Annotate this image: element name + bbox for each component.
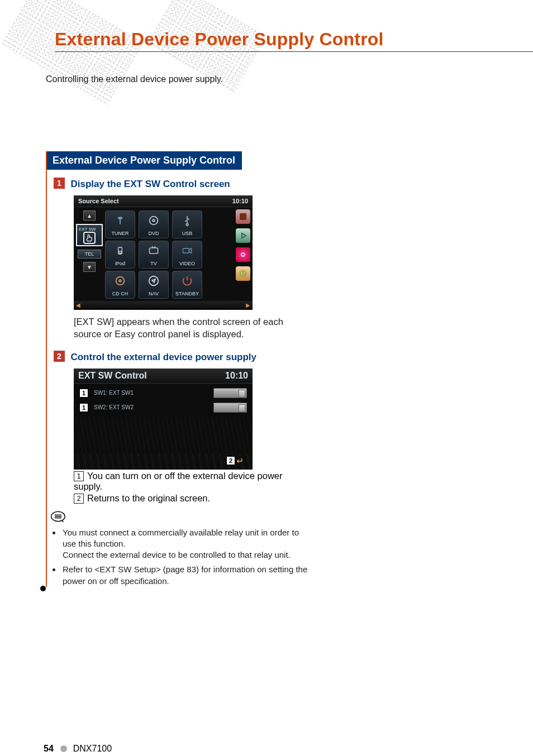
page-number: 54	[44, 744, 54, 753]
ext-sw-control-clock: 10:10	[225, 371, 248, 381]
note-icon	[50, 510, 314, 525]
svg-point-2	[186, 224, 188, 226]
section-end-dot	[40, 586, 46, 591]
side-icon-1[interactable]	[236, 209, 250, 224]
sw1-toggle[interactable]	[213, 388, 247, 398]
video-icon	[179, 245, 195, 257]
svg-point-0	[150, 217, 158, 225]
source-dvd[interactable]: DVD	[139, 210, 169, 238]
svg-point-8	[119, 280, 121, 282]
ext-sw-button[interactable]: EXT SW	[76, 224, 103, 246]
step-2-number: 2	[54, 351, 65, 362]
compass-icon	[146, 275, 161, 287]
side-icon-2[interactable]	[236, 228, 250, 243]
callout-1-marker: 1	[79, 389, 88, 398]
source-select-clock: 10:10	[232, 198, 248, 204]
power-icon	[179, 275, 195, 287]
svg-point-7	[116, 277, 125, 285]
callout-2-num: 2	[74, 494, 84, 504]
note-b: Refer to <EXT SW Setup> (page 83) for in…	[61, 564, 308, 587]
svg-point-9	[149, 276, 159, 286]
source-ipod[interactable]: iPod	[105, 241, 135, 269]
svg-rect-10	[240, 213, 246, 220]
source-standby[interactable]: STANDBY	[172, 271, 202, 299]
source-cd-changer[interactable]: CD CH	[105, 271, 135, 299]
page-title: External Device Power Supply Control	[55, 29, 506, 50]
next-page-icon[interactable]: ▶	[240, 302, 250, 309]
step-1-number: 1	[54, 178, 65, 189]
svg-point-4	[119, 251, 121, 253]
radio-tower-icon	[112, 214, 128, 227]
scroll-down-button[interactable]: ▼	[83, 262, 96, 272]
title-rule	[55, 51, 533, 52]
usb-icon	[179, 214, 195, 227]
hand-icon	[83, 232, 96, 244]
svg-rect-6	[183, 248, 189, 253]
callout-1-num: 1	[74, 471, 84, 481]
source-tuner[interactable]: TUNER	[105, 210, 135, 238]
decorative-texture-a	[1, 0, 144, 105]
ext-sw-control-title: EXT SW Control	[78, 371, 147, 381]
prev-page-icon[interactable]: ◀	[76, 302, 86, 309]
note-a: You must connect a commercially availabl…	[61, 527, 308, 561]
tv-icon	[146, 245, 161, 257]
disc-icon	[146, 214, 161, 227]
intro-text: Controlling the external device power su…	[46, 74, 506, 84]
step-1-note: [EXT SW] appears when the control screen…	[74, 315, 308, 341]
callout-2-text: 2Returns to the original screen.	[74, 493, 308, 504]
source-nav[interactable]: NAV	[139, 271, 169, 299]
return-icon[interactable]: ↵	[236, 456, 244, 466]
footer-bullet-icon	[60, 745, 67, 752]
callout-1-text: 1You can turn on or off the external dev…	[74, 471, 308, 492]
source-usb[interactable]: USB	[172, 210, 202, 238]
source-tv[interactable]: TV	[139, 241, 169, 269]
sw2-label: SW2: EXT SW2	[94, 404, 134, 410]
callout-2-marker: 2	[226, 456, 235, 465]
sw1-label: SW1: EXT SW1	[94, 390, 134, 396]
source-video[interactable]: VIDEO	[172, 241, 202, 269]
step-2-title: Control the external device power supply	[70, 352, 256, 362]
sw2-toggle[interactable]	[213, 403, 247, 413]
page-footer: 54 DNX7100	[44, 744, 112, 754]
side-icon-3[interactable]	[236, 247, 250, 262]
model-name: DNX7100	[73, 744, 112, 753]
ext-sw-label: EXT SW	[79, 227, 96, 232]
step-1-title: Display the EXT SW Control screen	[70, 179, 230, 189]
scroll-up-button[interactable]: ▲	[83, 210, 96, 221]
svg-point-11	[241, 253, 245, 256]
disc-stack-icon	[112, 275, 128, 287]
callout-1-marker-b: 1	[79, 403, 88, 412]
source-select-screen: Source Select 10:10 ▲ EXT SW TEL ▼ T	[74, 195, 253, 310]
ipod-icon	[112, 245, 128, 257]
section-header: External Device Power Supply Control	[47, 151, 242, 170]
source-select-title: Source Select	[78, 198, 119, 204]
side-icon-4[interactable]	[236, 266, 250, 281]
svg-point-1	[153, 219, 155, 222]
svg-rect-5	[150, 248, 158, 253]
ext-sw-control-screen: EXT SW Control 10:10 1 SW1: EXT SW1 1 SW…	[74, 369, 253, 470]
tel-button[interactable]: TEL	[78, 250, 101, 259]
